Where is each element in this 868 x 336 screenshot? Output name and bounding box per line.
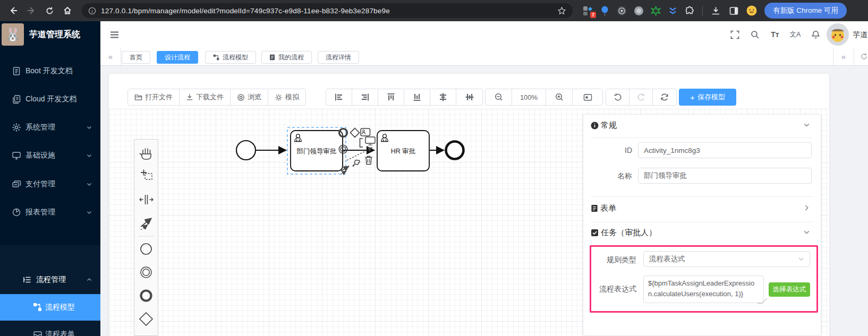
file-toolbar: 打开文件 下载文件 浏览 模拟 — [127, 89, 306, 106]
rule-type-label: 规则类型 — [583, 255, 636, 265]
zoom-in-icon — [555, 93, 564, 101]
extensions-puzzle-icon[interactable] — [684, 5, 695, 16]
app-logo[interactable]: 🐰 芋道管理系统 — [0, 21, 100, 48]
reset-button[interactable] — [653, 89, 676, 105]
notification-bell-icon[interactable] — [809, 28, 822, 41]
append-receive-task-icon[interactable] — [365, 137, 375, 145]
section-general[interactable]: 常规 — [591, 120, 617, 131]
rule-type-select[interactable]: 流程表达式 — [643, 251, 810, 267]
align-bottom-button[interactable] — [404, 89, 430, 105]
user-task-leader[interactable]: 部门领导审批 — [291, 131, 343, 171]
section-form[interactable]: 表单 — [591, 203, 616, 213]
create-start-event-icon[interactable] — [141, 244, 151, 254]
address-bar[interactable]: 127.0.0.1/bpm/manager/model/edit?modelId… — [82, 3, 573, 18]
list-icon — [22, 275, 32, 285]
tab-process-model[interactable]: 流程模型 — [205, 51, 256, 64]
extension-balloon-icon[interactable] — [599, 5, 610, 16]
lasso-tool-icon[interactable] — [141, 170, 152, 180]
chrome-update-chip[interactable]: 有新版 Chrome 可用 — [764, 3, 847, 19]
extension-gray-circle-icon[interactable] — [633, 5, 644, 16]
expression-textarea[interactable]: ${bpmTaskAssignLeaderExpression.calculat… — [643, 275, 764, 303]
sidebar-item-infra[interactable]: 基础设施 — [0, 142, 100, 169]
global-connect-tool-icon[interactable] — [141, 219, 151, 230]
download-file-button[interactable]: 下载文件 — [180, 89, 231, 105]
font-size-icon[interactable]: Tт — [769, 28, 781, 41]
simulate-button[interactable]: 模拟 — [268, 89, 305, 105]
tabs-scroll-left[interactable]: « — [100, 48, 121, 65]
tab-process-detail[interactable]: 流程详情 — [318, 51, 359, 64]
sidebar-item-boot-docs[interactable]: Boot 开发文档 — [0, 58, 100, 84]
site-info-icon[interactable] — [88, 7, 96, 15]
open-file-button[interactable]: 打开文件 — [128, 89, 180, 105]
tab-design-process[interactable]: 设计流程 — [157, 51, 198, 64]
sidebar-item-process-model[interactable]: 流程模型 — [0, 294, 100, 321]
align-top-button[interactable] — [378, 89, 404, 105]
sidebar-item-process-form[interactable]: 流程表单 — [0, 321, 100, 336]
gear-icon — [12, 123, 21, 132]
zoom-in-button[interactable] — [546, 89, 573, 105]
save-model-button[interactable]: + 保存模型 — [679, 89, 736, 106]
extension-green-star-icon[interactable] — [650, 5, 661, 16]
profile-avatar-icon[interactable] — [746, 5, 757, 16]
extension-dark-circle-icon[interactable] — [616, 5, 627, 16]
user-task-hr[interactable]: HR 审批 — [377, 131, 429, 171]
zoom-out-button[interactable] — [486, 89, 512, 105]
align-middle-icon — [465, 93, 474, 101]
preview-button[interactable]: 浏览 — [231, 89, 268, 105]
start-event[interactable] — [236, 141, 256, 160]
side-panel-icon[interactable] — [728, 5, 739, 16]
language-icon[interactable]: 文A — [789, 28, 802, 41]
space-tool-icon[interactable] — [140, 195, 153, 204]
choose-expression-button[interactable]: 选择表达式 — [769, 282, 810, 297]
append-text-annotation-icon[interactable] — [360, 139, 363, 147]
menu-collapse-icon[interactable] — [108, 28, 121, 41]
append-user-task-icon[interactable] — [361, 128, 370, 136]
id-input[interactable]: Activity_1nmc8g3 — [638, 142, 812, 158]
wrench-icon[interactable] — [353, 160, 360, 167]
section-task-assignee[interactable]: 任务（审批人） — [591, 228, 657, 238]
extension-chevrons-icon[interactable] — [667, 5, 678, 16]
chevron-right-icon[interactable] — [803, 204, 810, 211]
create-end-event-icon[interactable] — [141, 291, 151, 301]
browser-forward-icon[interactable] — [22, 2, 40, 20]
append-gateway-icon[interactable] — [351, 128, 360, 137]
extension-tampermonkey-icon[interactable]: 7 — [582, 5, 593, 16]
tabs-refresh-icon[interactable] — [854, 48, 868, 65]
tabs-scroll-right[interactable]: » — [833, 48, 854, 65]
align-top-icon — [387, 93, 395, 101]
zoom-fit-button[interactable] — [573, 89, 602, 105]
sidebar-item-cloud-docs[interactable]: Cloud 开发文档 — [0, 86, 100, 113]
browser-back-icon[interactable] — [4, 2, 22, 20]
sidebar-item-report[interactable]: 报表管理 — [0, 199, 100, 226]
downloads-icon[interactable] — [710, 5, 721, 16]
redo-button[interactable] — [629, 89, 653, 105]
chevron-down-icon[interactable] — [803, 122, 810, 128]
end-event[interactable] — [446, 142, 464, 159]
browser-reload-icon[interactable] — [40, 2, 58, 20]
align-middle-button[interactable] — [456, 89, 482, 105]
create-intermediate-event-icon[interactable] — [141, 267, 151, 278]
tab-home[interactable]: 首页 — [122, 51, 150, 64]
sidebar-item-payment[interactable]: 支付管理 — [0, 171, 100, 197]
browser-home-icon[interactable] — [58, 2, 76, 20]
align-center-button[interactable] — [430, 89, 456, 105]
folder-icon — [134, 93, 142, 101]
cards-icon — [12, 179, 21, 189]
align-left-button[interactable] — [326, 89, 352, 105]
hand-tool-icon[interactable] — [140, 149, 151, 160]
download-icon — [186, 93, 193, 101]
tab-my-process[interactable]: 我的流程 — [261, 51, 312, 64]
sidebar-item-system[interactable]: 系统管理 — [0, 114, 100, 141]
trash-icon[interactable] — [365, 157, 372, 165]
align-right-button[interactable] — [352, 89, 378, 105]
bookmark-star-icon[interactable] — [557, 6, 566, 15]
create-gateway-icon[interactable] — [140, 313, 152, 325]
search-icon[interactable] — [748, 28, 761, 41]
name-input[interactable]: 部门领导审批 — [638, 168, 812, 184]
undo-button[interactable] — [606, 89, 629, 105]
chevron-down-icon[interactable] — [803, 229, 810, 236]
sidebar-item-process-manage[interactable]: 流程管理 — [0, 266, 100, 293]
fullscreen-icon[interactable] — [728, 28, 741, 41]
app-header: Tт 文A 芋道 — [100, 21, 868, 48]
user-avatar[interactable] — [826, 23, 849, 46]
